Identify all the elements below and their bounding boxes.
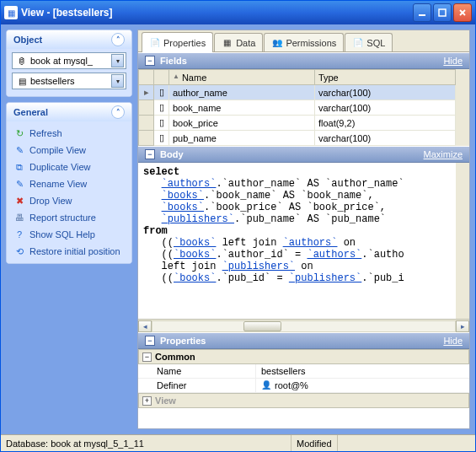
view-combo[interactable]: ▤ bestsellers ▾	[12, 73, 126, 89]
field-icon: ▯	[154, 131, 169, 146]
row-indicator	[139, 131, 154, 146]
table-row[interactable]: ▯book_pricefloat(9,2)	[139, 116, 456, 131]
tab-properties[interactable]: 📄Properties	[142, 32, 213, 52]
field-icon: ▯	[154, 100, 169, 116]
collapse-icon[interactable]: ˄	[111, 33, 125, 46]
object-panel-title: Object	[13, 35, 42, 45]
field-type: float(9,2)	[314, 116, 455, 131]
expand-icon[interactable]: +	[142, 396, 152, 406]
close-button[interactable]	[453, 3, 472, 22]
table-row[interactable]: ▸▯author_namevarchar(100)	[139, 85, 456, 100]
scrollbar[interactable]	[456, 69, 469, 146]
action-item[interactable]: ⟲Restore initial position	[12, 243, 126, 260]
tab-data[interactable]: ▦Data	[214, 33, 263, 51]
prop-name-value[interactable]: bestsellers	[256, 364, 469, 378]
action-icon: 🖶	[13, 212, 25, 223]
action-label: Rename View	[29, 179, 87, 189]
data-icon: ▦	[222, 37, 233, 48]
collapse-icon[interactable]: −	[142, 352, 152, 362]
action-item[interactable]: ?Show SQL Help	[12, 226, 126, 243]
window-title: View - [bestsellers]	[21, 7, 413, 19]
scroll-left-icon[interactable]: ◂	[138, 320, 152, 332]
action-item[interactable]: ✎Compile View	[12, 142, 126, 159]
fields-grid[interactable]: ▲Name Type ▸▯author_namevarchar(100)▯boo…	[138, 69, 456, 146]
action-item[interactable]: 🖶Report structure	[12, 209, 126, 226]
row-header-col	[139, 70, 154, 85]
action-icon: ✖	[13, 195, 25, 207]
action-icon: ✎	[13, 178, 25, 190]
action-label: Refresh	[29, 128, 62, 138]
permissions-icon: 👥	[271, 37, 282, 48]
sort-icon: ▲	[173, 73, 179, 80]
field-name: book_name	[169, 100, 315, 116]
view-icon: ▤	[16, 75, 28, 87]
database-icon: 🛢	[16, 55, 28, 67]
status-database: Database: book at mysql_5_1_11	[1, 435, 291, 451]
scrollbar[interactable]	[456, 163, 469, 319]
col-name[interactable]: ▲Name	[169, 70, 315, 85]
prop-definer-value[interactable]: root@%	[275, 380, 308, 390]
table-row[interactable]: ▯book_namevarchar(100)	[139, 100, 456, 116]
row-indicator	[139, 116, 154, 131]
right-pane: 📄Properties ▦Data 👥Permissions 📄SQL − Fi…	[137, 30, 470, 429]
action-label: Restore initial position	[29, 246, 120, 256]
sql-body-editor[interactable]: select `authors`.`author_name` AS `autho…	[138, 163, 456, 319]
hide-link[interactable]: Hide	[443, 56, 463, 66]
statusbar: Database: book at mysql_5_1_11 Modified	[1, 434, 475, 451]
field-icon: ▯	[154, 116, 169, 131]
action-item[interactable]: ⧉Duplicate View	[12, 159, 126, 175]
prop-row[interactable]: Definer 👤root@%	[138, 379, 469, 393]
action-icon: ?	[13, 229, 25, 240]
view-combo-text: bestsellers	[30, 76, 111, 86]
collapse-icon[interactable]: −	[145, 149, 155, 159]
table-row[interactable]: ▯pub_namevarchar(100)	[139, 131, 456, 146]
group-view[interactable]: +View	[138, 393, 469, 408]
fields-header: − Fields Hide	[138, 52, 469, 69]
general-panel-title: General	[13, 107, 48, 117]
collapse-icon[interactable]: −	[145, 336, 155, 346]
properties-area: −Common Name bestsellers Definer 👤root@%…	[138, 349, 469, 428]
hide-link[interactable]: Hide	[443, 336, 463, 346]
collapse-icon[interactable]: ˄	[111, 105, 125, 119]
tab-sql[interactable]: 📄SQL	[345, 33, 393, 51]
app-icon: ▦	[4, 6, 18, 19]
database-combo[interactable]: 🛢 book at mysql_ ▾	[12, 52, 126, 69]
action-label: Report structure	[29, 213, 96, 223]
tab-permissions[interactable]: 👥Permissions	[264, 33, 344, 51]
titlebar[interactable]: ▦ View - [bestsellers]	[1, 1, 475, 24]
collapse-icon[interactable]: −	[145, 56, 155, 66]
minimize-button[interactable]	[413, 3, 431, 22]
maximize-link[interactable]: Maximize	[424, 149, 463, 159]
tabs: 📄Properties ▦Data 👥Permissions 📄SQL	[138, 30, 469, 52]
row-indicator: ▸	[139, 85, 154, 100]
action-label: Duplicate View	[29, 162, 91, 172]
properties-header: − Properties Hide	[138, 332, 469, 349]
h-scrollbar[interactable]: ◂ ▸	[138, 319, 469, 332]
action-item[interactable]: ✎Rename View	[12, 175, 126, 192]
prop-name-label: Name	[138, 364, 256, 378]
maximize-button[interactable]	[433, 3, 452, 22]
action-icon: ⟲	[13, 245, 25, 257]
svg-rect-0	[419, 14, 425, 16]
field-type: varchar(100)	[314, 131, 455, 146]
chevron-down-icon[interactable]: ▾	[111, 54, 124, 67]
field-type: varchar(100)	[314, 85, 455, 100]
action-icon: ⧉	[13, 161, 25, 173]
database-combo-text: book at mysql_	[30, 56, 111, 66]
action-item[interactable]: ✖Drop View	[12, 192, 126, 209]
scroll-right-icon[interactable]: ▸	[456, 320, 469, 332]
row-indicator	[139, 100, 154, 116]
col-type[interactable]: Type	[314, 70, 455, 85]
user-icon: 👤	[261, 380, 271, 390]
status-modified: Modified	[291, 435, 338, 451]
group-common[interactable]: −Common	[138, 349, 469, 364]
action-icon: ✎	[13, 144, 25, 156]
action-label: Compile View	[29, 145, 86, 155]
action-label: Drop View	[29, 196, 72, 206]
chevron-down-icon[interactable]: ▾	[111, 74, 124, 88]
field-name: pub_name	[169, 131, 315, 146]
sql-icon: 📄	[352, 37, 363, 48]
scroll-thumb[interactable]	[243, 321, 281, 331]
prop-row[interactable]: Name bestsellers	[138, 364, 469, 379]
action-item[interactable]: ↻Refresh	[12, 125, 126, 142]
